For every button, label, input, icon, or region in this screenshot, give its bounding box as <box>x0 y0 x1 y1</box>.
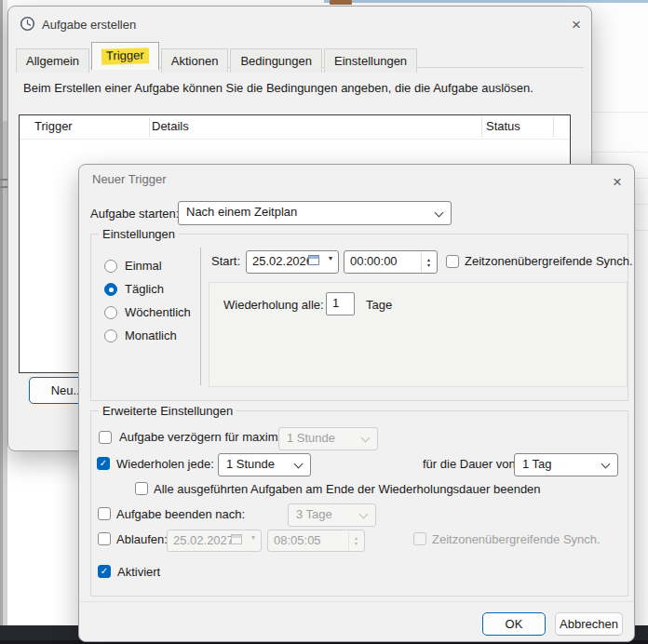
spinner: ▴ ▾ <box>421 252 436 272</box>
start-date-picker[interactable]: 25.02.2026 ▾ <box>246 250 339 274</box>
start-label: Start: <box>211 254 240 269</box>
background-list-line <box>592 112 648 113</box>
ok-button[interactable]: OK <box>482 612 546 636</box>
start-time-spinner[interactable]: 00:00:00 ▴ ▾ <box>344 250 438 274</box>
group-divider <box>200 248 201 385</box>
daily-panel: Wiederholung alle: 1 Tage <box>209 282 628 387</box>
radio-monatlich[interactable] <box>104 329 117 342</box>
new-trigger-dialog: Neuer Trigger × Aufgabe starten: Nach ei… <box>78 164 635 642</box>
timezone-sync-label[interactable]: Zeitzonenübergreifende Synch. <box>465 254 633 269</box>
desktop: Aufgabe erstellen × Allgemein Trigger Ak… <box>0 0 648 644</box>
cancel-button[interactable]: Abbrechen <box>555 612 623 636</box>
enabled-label[interactable]: Aktiviert <box>117 565 160 580</box>
expire-label[interactable]: Ablaufen: <box>116 532 168 547</box>
radio-monatlich-label[interactable]: Monatlich <box>125 329 177 343</box>
repeat-interval-select[interactable]: 1 Stunde <box>218 453 311 476</box>
spinner-down-icon: ▾ <box>355 541 358 546</box>
column-header-details[interactable]: Details <box>152 119 189 133</box>
duration-label: für die Dauer von: <box>423 457 519 472</box>
expire-date-picker: 25.02.2027 ▾ <box>167 530 262 552</box>
begin-task-label: Aufgabe starten: <box>90 207 179 221</box>
dialog-title: Aufgabe erstellen <box>42 18 136 32</box>
radio-taeglich[interactable] <box>104 283 117 296</box>
close-icon[interactable]: × <box>561 11 591 39</box>
advanced-settings-group: Erweiterte Einstellungen Aufgabe verzöge… <box>90 410 628 597</box>
spinner: ▴ ▾ <box>348 531 363 550</box>
dropdown-arrow-icon: ▾ <box>329 255 332 262</box>
settings-group-label: Einstellungen <box>99 227 179 241</box>
recur-label: Wiederholung alle: <box>223 298 324 313</box>
repeat-checkbox[interactable] <box>97 457 110 470</box>
background-list-line <box>592 152 648 153</box>
tab-allgemein[interactable]: Allgemein <box>16 48 89 73</box>
tab-aktionen[interactable]: Aktionen <box>161 48 229 73</box>
expire-timezone-sync-label: Zeitzonenübergreifende Synch. <box>432 532 601 547</box>
advanced-group-label: Erweiterte Einstellungen <box>99 404 236 418</box>
footer-divider <box>79 601 634 602</box>
chevron-down-icon <box>601 460 611 469</box>
expire-timezone-sync-checkbox <box>413 532 426 545</box>
stop-after-select: 3 Tage <box>288 503 376 527</box>
chevron-down-icon <box>359 510 369 519</box>
stop-all-label[interactable]: Alle ausgeführten Aufgaben am Ende der W… <box>154 482 541 497</box>
calendar-icon <box>231 534 242 544</box>
background-divider <box>0 186 7 188</box>
delay-label[interactable]: Aufgabe verzögern für maximal: <box>119 430 290 445</box>
dropdown-arrow-icon: ▾ <box>251 534 255 542</box>
column-header-status[interactable]: Status <box>486 119 520 133</box>
highlight-annotation: Trigger <box>101 47 149 64</box>
settings-group: Einstellungen Einmal Täglich Wöchentlich… <box>90 234 628 401</box>
background-window-border <box>0 0 3 625</box>
background-app-icon <box>330 0 352 5</box>
spinner-down-icon[interactable]: ▾ <box>427 262 430 268</box>
duration-select[interactable]: 1 Tag <box>514 453 618 476</box>
expire-time-spinner: 08:05:05 ▴ ▾ <box>267 530 365 552</box>
close-icon[interactable]: × <box>602 168 632 196</box>
recur-unit-label: Tage <box>366 298 392 313</box>
chevron-down-icon <box>435 208 444 218</box>
expire-checkbox[interactable] <box>98 532 111 545</box>
radio-einmal[interactable] <box>104 260 117 273</box>
chevron-down-icon <box>294 460 304 469</box>
chevron-down-icon <box>361 434 371 443</box>
stop-all-checkbox[interactable] <box>135 482 148 495</box>
enabled-checkbox[interactable] <box>98 565 111 578</box>
delay-select: 1 Stunde <box>278 427 378 450</box>
radio-woechentlich[interactable] <box>104 306 117 319</box>
radio-woechentlich-label[interactable]: Wöchentlich <box>125 305 191 320</box>
column-header-trigger[interactable]: Trigger <box>34 119 73 133</box>
delay-checkbox[interactable] <box>99 431 112 444</box>
tab-description: Beim Erstellen einer Aufgabe können Sie … <box>23 81 533 96</box>
tab-strip: Allgemein Trigger Aktionen Bedingungen E… <box>16 45 419 73</box>
clock-icon <box>20 16 35 35</box>
tab-einstellungen[interactable]: Einstellungen <box>324 48 417 73</box>
background-titlebar-strip <box>324 0 648 3</box>
dialog-title: Neuer Trigger <box>92 172 166 186</box>
radio-einmal-label[interactable]: Einmal <box>125 259 162 274</box>
stop-after-checkbox[interactable] <box>98 507 111 520</box>
stop-after-label[interactable]: Aufgabe beenden nach: <box>116 507 245 522</box>
radio-taeglich-label[interactable]: Täglich <box>125 282 164 297</box>
timezone-sync-checkbox[interactable] <box>446 255 459 268</box>
repeat-label[interactable]: Wiederholen jede: <box>116 457 214 472</box>
background-divider <box>0 179 7 181</box>
tab-trigger[interactable]: Trigger <box>91 42 159 70</box>
tab-bedingungen[interactable]: Bedingungen <box>230 48 322 73</box>
recur-days-input[interactable]: 1 <box>326 292 355 315</box>
begin-task-select[interactable]: Nach einem Zeitplan <box>178 201 452 225</box>
calendar-icon <box>308 255 319 265</box>
